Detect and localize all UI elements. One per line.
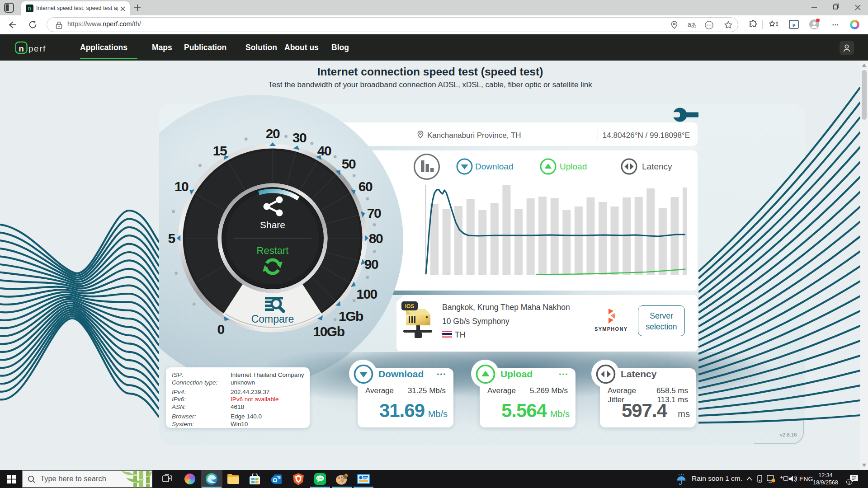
svg-text:O: O bbox=[273, 477, 277, 483]
svg-text:100: 100 bbox=[356, 286, 377, 301]
svg-text:10Gb: 10Gb bbox=[313, 324, 344, 339]
svg-text:e: e bbox=[793, 21, 796, 28]
svg-text:70: 70 bbox=[367, 206, 381, 221]
svg-text:60: 60 bbox=[359, 179, 373, 194]
svg-text:80: 80 bbox=[369, 231, 383, 246]
svg-text:Share: Share bbox=[260, 220, 285, 230]
svg-text:0: 0 bbox=[217, 322, 224, 337]
svg-text:1Gb: 1Gb bbox=[339, 309, 363, 324]
svg-text:5: 5 bbox=[168, 231, 175, 246]
svg-text:15: 15 bbox=[213, 143, 227, 158]
svg-text:perf: perf bbox=[28, 44, 46, 53]
svg-text:10: 10 bbox=[175, 179, 189, 194]
svg-text:LINE: LINE bbox=[317, 477, 323, 480]
svg-text:Compare: Compare bbox=[251, 313, 294, 325]
svg-text:40: 40 bbox=[317, 143, 331, 158]
svg-text:30: 30 bbox=[292, 130, 307, 145]
svg-text:Restart: Restart bbox=[257, 245, 289, 256]
svg-text:n: n bbox=[28, 5, 31, 12]
svg-text:20: 20 bbox=[266, 126, 280, 141]
svg-text:50: 50 bbox=[342, 156, 356, 171]
svg-text:n: n bbox=[19, 44, 24, 53]
svg-text:90: 90 bbox=[364, 257, 378, 272]
